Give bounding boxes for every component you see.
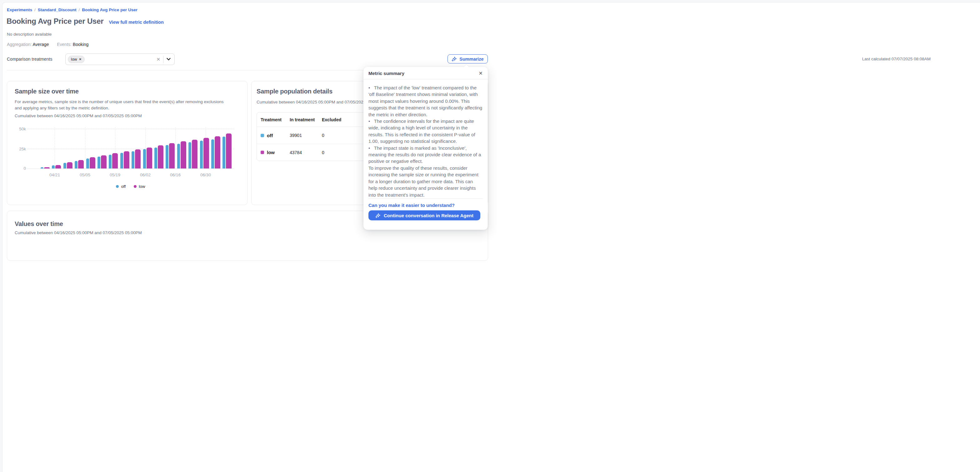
bar-low: [90, 157, 95, 169]
sample-size-card: Sample size over time For average metric…: [7, 81, 248, 205]
bar-low: [158, 145, 164, 169]
popover-title: Metric summary: [368, 71, 404, 76]
treatment-chip-label: low: [71, 57, 77, 62]
metric-description: No description available: [7, 32, 52, 37]
y-tick-0: 0: [11, 166, 26, 171]
bar-off: [97, 156, 100, 169]
aggregation-label: Aggregation:: [7, 42, 32, 47]
popover-divider-bottom: [368, 198, 483, 199]
values-over-time-range: Cumulative between 04/16/2025 05:00PM an…: [15, 230, 142, 236]
breadcrumb-separator: /: [76, 8, 82, 12]
legend-dot-low: [134, 185, 137, 188]
bar-low: [78, 160, 84, 169]
bar-off: [120, 153, 123, 169]
bar-off: [86, 158, 89, 169]
bar-off: [143, 149, 146, 169]
legend-label-low: low: [139, 184, 145, 189]
sample-size-chart: 50k 25k 0 04/21 05/05 05/19 06/02 06/16 …: [27, 127, 234, 169]
continue-conversation-button[interactable]: Continue conversation in Release Agent: [368, 210, 480, 220]
gridline-v: [55, 127, 55, 169]
gridline-v: [85, 127, 85, 169]
bar-off: [64, 163, 66, 169]
close-icon[interactable]: ✕: [479, 71, 483, 76]
bar-low: [112, 153, 118, 169]
y-tick-25k: 25k: [11, 147, 26, 151]
bar-off: [52, 165, 55, 169]
bar-low: [181, 141, 186, 169]
main-content-pane: Experiments/Standard_Discount/Booking Av…: [2, 2, 490, 236]
x-tick: 05/19: [110, 172, 120, 177]
summarize-button[interactable]: Summarize: [447, 54, 488, 64]
bar-low: [124, 151, 129, 169]
bar-pair: [41, 167, 50, 169]
x-tick: 06/16: [170, 172, 181, 177]
bar-off: [177, 144, 180, 169]
sparkle-icon: [375, 213, 380, 218]
summary-bullet: • The impact state is marked as 'Inconcl…: [368, 145, 483, 165]
comparison-treatments-label: Comparison treatments: [7, 53, 52, 65]
bar-pair: [120, 151, 129, 169]
bar-pair: [75, 160, 84, 169]
sample-size-title: Sample size over time: [15, 88, 79, 95]
excluded-value: 0: [322, 133, 356, 138]
x-tick: 06/30: [200, 172, 211, 177]
bar-pair: [86, 157, 95, 169]
clear-selection-icon[interactable]: ✕: [153, 57, 163, 62]
bar-off: [188, 142, 191, 169]
bar-pair: [143, 148, 152, 169]
bar-pair: [64, 162, 73, 169]
bar-off: [75, 161, 78, 169]
treatment-swatch-off: [261, 134, 264, 137]
gridline-v: [175, 127, 176, 169]
legend-item-low[interactable]: low: [134, 184, 145, 189]
make-easier-link[interactable]: Can you make it easier to understand?: [368, 203, 455, 208]
bar-low: [226, 134, 232, 169]
summary-bullet: • The impact of the 'low' treatment comp…: [368, 85, 483, 118]
aggregation-value: Average: [33, 42, 49, 47]
continue-conversation-label: Continue conversation in Release Agent: [384, 213, 473, 218]
bar-pair: [97, 155, 107, 169]
chip-remove-icon[interactable]: ✕: [79, 57, 81, 61]
bar-off: [41, 167, 43, 169]
bar-pair: [52, 165, 61, 169]
bar-low: [67, 162, 73, 169]
popover-body: • The impact of the 'low' treatment comp…: [363, 80, 488, 198]
breadcrumb-link[interactable]: Booking Avg Price per User: [82, 8, 137, 12]
breadcrumb-link[interactable]: Standard_Discount: [38, 8, 76, 12]
treatment-chip-low[interactable]: low ✕: [68, 56, 85, 63]
x-tick: 04/21: [49, 172, 60, 177]
bar-pair: [154, 145, 164, 169]
legend-item-off[interactable]: off: [116, 184, 126, 189]
page-title: Booking Avg Price per User: [6, 17, 103, 26]
bar-pair: [177, 141, 186, 169]
bar-low: [204, 138, 209, 169]
chevron-down-icon[interactable]: [164, 58, 171, 61]
events-value: Booking: [73, 42, 89, 47]
bar-off: [200, 141, 203, 169]
bar-off: [165, 145, 169, 169]
bar-low: [146, 148, 152, 169]
col-treatment: Treatment: [261, 117, 290, 122]
comparison-treatments-select[interactable]: low ✕ ✕: [65, 53, 175, 65]
summarize-label: Summarize: [460, 57, 484, 62]
bar-low: [55, 165, 61, 169]
legend-label-off: off: [121, 184, 126, 189]
chart-legend: off low: [27, 184, 234, 189]
bar-off: [109, 155, 111, 169]
population-title: Sample population details: [256, 88, 332, 95]
breadcrumb-link[interactable]: Experiments: [7, 8, 32, 12]
view-metric-definition-link[interactable]: View full metric definition: [109, 20, 164, 25]
bar-pair: [188, 140, 197, 169]
bar-low: [135, 150, 141, 169]
col-excluded: Excluded: [322, 117, 356, 122]
y-tick-50k: 50k: [11, 127, 26, 131]
breadcrumb-separator: /: [32, 8, 38, 12]
sample-size-range: Cumulative between 04/16/2025 05:00PM an…: [15, 113, 142, 119]
legend-dot-off: [116, 185, 119, 188]
bar-pair: [109, 153, 118, 169]
bar-low: [101, 155, 107, 169]
treatment-name: off: [267, 133, 273, 138]
bar-off: [223, 137, 225, 169]
bar-pair: [223, 134, 232, 169]
bar-off: [132, 151, 134, 169]
